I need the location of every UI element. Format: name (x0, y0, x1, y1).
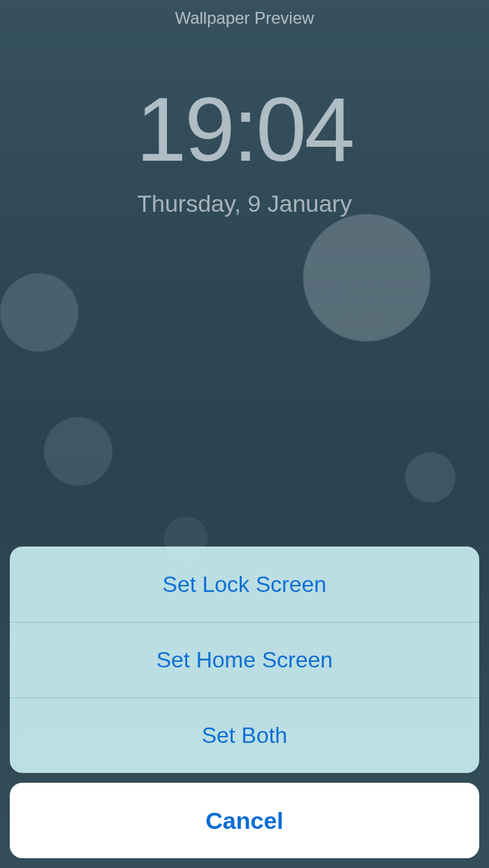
set-both-button[interactable]: Set Both (10, 697, 479, 773)
cancel-group: Cancel (10, 783, 479, 858)
action-sheet: Set Lock Screen Set Home Screen Set Both… (10, 547, 479, 858)
page-title: Wallpaper Preview (0, 8, 489, 28)
lockscreen-time: 19:04 (0, 84, 489, 175)
set-lock-screen-button[interactable]: Set Lock Screen (10, 547, 479, 622)
set-home-screen-button[interactable]: Set Home Screen (10, 622, 479, 697)
action-sheet-options: Set Lock Screen Set Home Screen Set Both (10, 547, 479, 773)
cancel-button[interactable]: Cancel (10, 783, 479, 858)
lockscreen-date: Thursday, 9 January (0, 190, 489, 217)
